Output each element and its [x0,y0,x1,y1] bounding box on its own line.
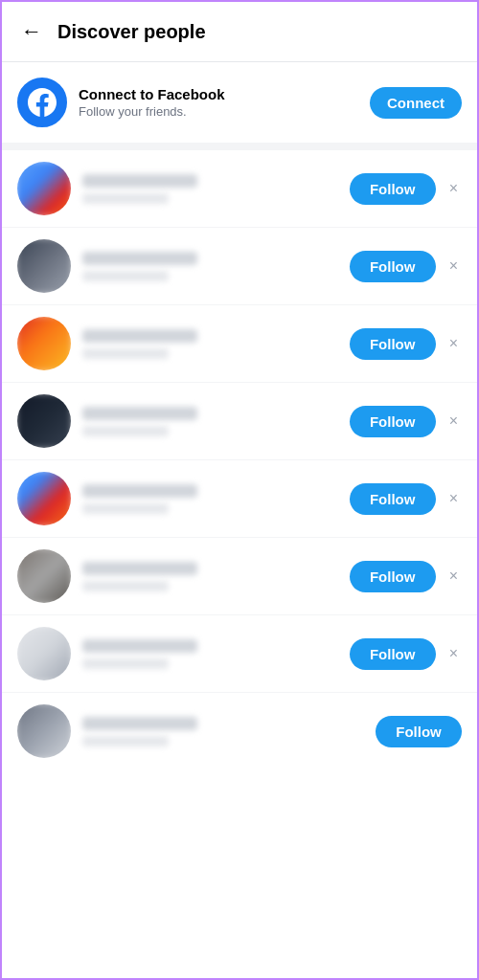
person-actions: Follow × [350,638,462,670]
dismiss-button[interactable]: × [445,641,462,666]
people-list: Follow × Follow × Follow × [2,150,477,769]
person-actions: Follow × [350,483,462,515]
dismiss-button[interactable]: × [445,331,462,356]
person-actions: Follow × [350,561,462,592]
follow-button[interactable]: Follow [350,638,436,670]
dismiss-button[interactable]: × [445,409,462,434]
person-actions: Follow × [350,251,462,282]
person-info [82,639,338,669]
person-info [82,329,338,359]
person-name [82,484,197,498]
person-name [82,174,197,188]
dismiss-button[interactable]: × [445,254,462,278]
facebook-connect-subtitle: Follow your friends. [79,104,358,119]
person-info [82,252,338,281]
person-handle [82,193,169,204]
follow-button[interactable]: Follow [350,328,436,360]
person-name [82,717,197,730]
person-name [82,407,197,420]
person-name [82,562,197,575]
facebook-connect-title: Connect to Facebook [79,86,358,102]
avatar [17,627,71,680]
person-info [82,717,364,746]
person-info [82,484,338,514]
person-actions: Follow [376,716,462,747]
person-info [82,174,338,204]
list-item: Follow × [2,615,477,693]
avatar [17,162,71,215]
facebook-banner: Connect to Facebook Follow your friends.… [2,62,477,150]
list-item: Follow × [2,460,477,538]
avatar [17,704,71,758]
person-handle [82,658,169,669]
person-handle [82,271,169,281]
follow-button[interactable]: Follow [350,483,436,515]
facebook-icon [28,88,57,117]
avatar [17,239,71,293]
person-actions: Follow × [350,173,462,205]
follow-button[interactable]: Follow [350,406,436,437]
dismiss-button[interactable]: × [445,176,462,201]
header: ← Discover people [2,2,477,62]
list-item: Follow × [2,305,477,383]
person-name [82,252,197,265]
person-handle [82,736,169,746]
follow-button[interactable]: Follow [376,716,462,747]
list-item: Follow × [2,228,477,305]
avatar [17,394,71,448]
follow-button[interactable]: Follow [350,561,436,592]
person-actions: Follow × [350,328,462,360]
connect-button[interactable]: Connect [370,87,462,119]
list-item: Follow [2,693,477,769]
avatar [17,317,71,370]
back-button[interactable]: ← [17,15,46,48]
avatar [17,549,71,603]
dismiss-button[interactable]: × [445,486,462,511]
person-handle [82,581,169,591]
person-name [82,639,197,653]
person-handle [82,426,169,436]
dismiss-button[interactable]: × [445,564,462,589]
facebook-text: Connect to Facebook Follow your friends. [79,86,358,119]
person-info [82,407,338,436]
list-item: Follow × [2,538,477,615]
person-info [82,562,338,591]
person-actions: Follow × [350,406,462,437]
follow-button[interactable]: Follow [350,173,436,205]
avatar [17,472,71,525]
person-handle [82,348,169,359]
person-name [82,329,197,343]
follow-button[interactable]: Follow [350,251,436,282]
facebook-icon-wrap [17,78,67,127]
list-item: Follow × [2,150,477,228]
page-title: Discover people [57,21,206,43]
list-item: Follow × [2,383,477,460]
person-handle [82,503,169,514]
